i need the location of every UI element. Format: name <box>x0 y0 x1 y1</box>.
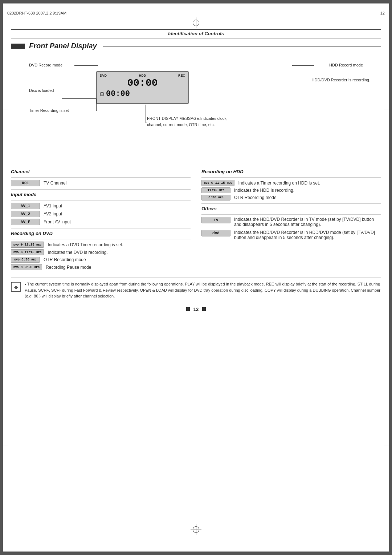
others-desc-1: Indicates the HDD/DVD Recorder is in TV … <box>234 217 381 227</box>
col-right: Recording on HDD HDD ⊙ 11:15 REC Indicat… <box>201 167 381 272</box>
hdd-desc-2: Indicates the HDD is recording. <box>234 188 381 193</box>
crosshair-bottom <box>191 524 201 535</box>
page-num-box-right <box>202 307 206 311</box>
dvd-sample-4: DVD ⊙ PAUS REC <box>11 264 42 270</box>
display-digits-row2: 00:00 <box>100 89 185 98</box>
display-digits-row1: 00:00 <box>100 78 185 88</box>
crop-mark-left-bottom <box>3 446 8 446</box>
line-front-msg <box>146 122 147 122</box>
hdd-item-2: 11:15 REC Indicates the HDD is recording… <box>201 187 381 193</box>
time-display-top: 00:00 <box>127 77 158 89</box>
top-border <box>0 0 392 3</box>
main-content: Front Panel Display DVD Record mode HDD … <box>11 42 381 316</box>
channel-item-1: 801 TV Channel <box>11 180 191 186</box>
right-border <box>389 0 392 555</box>
line-v-timer <box>96 98 97 111</box>
hdd-desc-3: OTR Recording mode <box>234 195 381 200</box>
note-icon-symbol: ◆ <box>14 284 18 290</box>
input-desc-2: AV2 input <box>44 211 191 216</box>
others-item-1: TV Indicates the HDD/DVD Recorder is in … <box>201 217 381 227</box>
note-icon: ◆ <box>11 282 21 292</box>
channel-section: Channel 801 TV Channel <box>11 169 191 186</box>
page-number: 12 <box>193 307 199 312</box>
diagram-area: DVD Record mode HDD Record mode DVD HDD … <box>11 57 381 155</box>
crop-mark-right-top <box>384 109 389 109</box>
page-title-row: Front Panel Display <box>11 42 381 50</box>
annotation-hdd-record-mode: HDD Record mode <box>329 63 363 67</box>
line-hdd-dvd-rec <box>275 83 297 83</box>
bottom-border <box>0 552 392 555</box>
others-section: Others TV Indicates the HDD/DVD Recorder… <box>201 206 381 240</box>
input-item-2: AV_2 AV2 input <box>11 211 191 217</box>
note-bullet: • <box>25 282 27 286</box>
left-border <box>0 0 3 555</box>
time-display-bottom: 00:00 <box>106 89 130 98</box>
hdd-item-3: 0:30 REC OTR Recording mode <box>201 195 381 200</box>
others-sample-2: dVd <box>201 230 230 236</box>
annotation-hdd-dvd-recording: HDD/DVD Recorder is recording. <box>312 77 370 83</box>
hdd-sample-3: 0:30 REC <box>201 195 230 200</box>
input-sample-3: AV_F <box>11 219 40 225</box>
note-box: ◆ • The current system time is normally … <box>11 277 381 299</box>
section-title-line <box>11 29 381 30</box>
display-box: DVD HDD REC 00:00 00:00 <box>96 71 189 104</box>
recording-hdd-section: Recording on HDD HDD ⊙ 11:15 REC Indicat… <box>201 169 381 200</box>
hdd-sample-2: 11:15 REC <box>201 187 230 193</box>
header: 0202DRHT-630 2007.2.2 9:19AM 12 <box>7 11 385 15</box>
two-col-section: Channel 801 TV Channel Input mode AV_1 A… <box>11 167 381 272</box>
input-mode-title: Input mode <box>11 192 191 197</box>
others-item-2: dVd Indicates the HDD/DVD Recorder is in… <box>201 230 381 240</box>
section-divider <box>11 38 381 39</box>
input-sample-2: AV_2 <box>11 211 40 217</box>
dvd-sample-1: DVD ⊙ 11:15 REC <box>11 242 44 248</box>
channel-title: Channel <box>11 169 191 174</box>
note-text: • The current system time is normally di… <box>25 281 381 299</box>
dvd-item-4: DVD ⊙ PAUS REC Recording Pause mode <box>11 264 191 270</box>
title-bar-right <box>103 46 381 46</box>
dvd-label: DVD <box>100 74 107 77</box>
page-title: Front Panel Display <box>29 42 97 50</box>
crop-mark-left-top <box>3 109 8 109</box>
recording-dvd-section: Recording on DVD DVD ⊙ 11:15 REC Indicat… <box>11 231 191 270</box>
hdd-label: HDD <box>139 74 146 77</box>
dvd-item-3: DVD 0:30 REC OTR Recording mode <box>11 257 191 263</box>
dvd-desc-1: Indicates a DVD Timer recording is set. <box>48 242 191 247</box>
dvd-item-1: DVD ⊙ 11:15 REC Indicates a DVD Timer re… <box>11 242 191 248</box>
channel-sample-1: 801 <box>11 180 40 186</box>
note-content: The current system time is normally disp… <box>25 282 380 298</box>
bottom-border-inner <box>0 551 392 552</box>
crosshair-top <box>191 17 201 28</box>
doc-code: 0202DRHT-630 2007.2.2 9:19AM <box>7 11 66 15</box>
line-timer <box>75 111 96 111</box>
input-item-1: AV_1 AV1 input <box>11 203 191 209</box>
hdd-desc-1: Indicates a Timer recording on HDD is se… <box>238 181 381 186</box>
crop-mark-right-bottom <box>384 446 389 446</box>
top-border-inner <box>0 3 392 4</box>
annotation-dvd-record-mode: DVD Record mode <box>29 63 62 67</box>
others-desc-2: Indicates the HDD/DVD Recorder is in HDD… <box>234 230 381 240</box>
recording-hdd-title: Recording on HDD <box>201 169 381 174</box>
input-desc-3: Front AV input <box>44 219 191 224</box>
channel-desc-1: TV Channel <box>44 181 191 186</box>
others-title: Others <box>201 206 381 211</box>
page-number-area: 12 <box>11 307 381 312</box>
recording-dvd-title: Recording on DVD <box>11 231 191 236</box>
col-left: Channel 801 TV Channel Input mode AV_1 A… <box>11 167 191 272</box>
annotation-disc-loaded: Disc is loaded <box>29 88 54 93</box>
disc-icon <box>100 92 104 96</box>
others-sample-1: TV <box>201 217 230 223</box>
page-num-header: 12 <box>380 11 385 15</box>
line-disc-loaded <box>62 98 96 99</box>
line-hdd-record <box>292 65 314 66</box>
annotation-front-display: FRONT DISPLAY MESSAGE:Indicates clock, c… <box>147 116 241 127</box>
input-item-3: AV_F Front AV input <box>11 219 191 225</box>
dvd-desc-4: Recording Pause mode <box>46 265 191 270</box>
display-label-row: DVD HDD REC <box>100 74 185 77</box>
divider-main <box>11 163 381 163</box>
input-sample-1: AV_1 <box>11 203 40 209</box>
line-v-front-msg <box>146 105 146 123</box>
title-bar-left <box>11 44 25 49</box>
dvd-desc-2: Indicates the DVD is recording. <box>48 250 191 255</box>
dvd-desc-3: OTR Recording mode <box>44 257 191 262</box>
input-mode-section: Input mode AV_1 AV1 input AV_2 AV2 input… <box>11 192 191 225</box>
